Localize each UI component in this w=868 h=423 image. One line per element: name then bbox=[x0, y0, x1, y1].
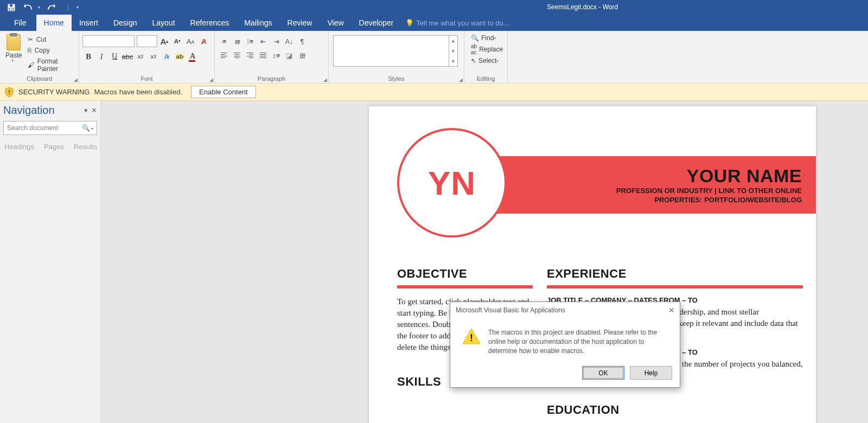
nav-close-icon[interactable]: ✕ bbox=[91, 106, 97, 114]
tab-review[interactable]: Review bbox=[280, 15, 320, 31]
increase-indent-button[interactable]: ⇥ bbox=[270, 35, 282, 47]
objective-heading: OBJECTIVE bbox=[397, 267, 533, 289]
search-icon: 🔍▾ bbox=[82, 124, 93, 132]
format-painter-button[interactable]: 🖌Format Painter bbox=[28, 57, 74, 73]
show-marks-button[interactable]: ¶ bbox=[296, 35, 308, 47]
tab-developer[interactable]: Developer bbox=[352, 15, 401, 31]
scissors-icon: ✂ bbox=[28, 36, 33, 43]
superscript-button[interactable]: x2 bbox=[148, 50, 159, 62]
tab-layout[interactable]: Layout bbox=[145, 15, 183, 31]
change-case-button[interactable]: Aa▾ bbox=[184, 35, 196, 47]
bullets-button[interactable]: ≡▾ bbox=[218, 35, 230, 47]
tab-home[interactable]: Home bbox=[36, 15, 72, 31]
tab-view[interactable]: View bbox=[320, 15, 351, 31]
redo-button[interactable] bbox=[46, 2, 58, 14]
nav-tab-results[interactable]: Results bbox=[74, 143, 97, 151]
styles-group-label: Styles bbox=[331, 74, 462, 83]
nav-tabs: Headings Pages Results bbox=[3, 143, 97, 151]
resume-subtitle-2: PROPERTIES: PORTFOLIO/WEBSITE/BLOG bbox=[654, 196, 802, 205]
styles-more-icon[interactable]: ▾ bbox=[449, 56, 457, 66]
numbering-button[interactable]: ≣▾ bbox=[231, 35, 243, 47]
tab-insert[interactable]: Insert bbox=[72, 15, 106, 31]
nav-dropdown-icon[interactable]: ▾ bbox=[84, 106, 88, 114]
paragraph-launcher-icon[interactable]: ◢ bbox=[323, 77, 327, 82]
tab-references[interactable]: References bbox=[183, 15, 237, 31]
experience-heading: EXPERIENCE bbox=[547, 267, 803, 289]
clipboard-small-buttons: ✂Cut ⎘Copy 🖌Format Painter bbox=[25, 32, 76, 74]
grow-font-button[interactable]: A▴ bbox=[158, 35, 170, 47]
quick-access-toolbar: ▾ | ▾ bbox=[0, 2, 79, 14]
dialog-title: Microsoft Visual Basic for Applications bbox=[456, 306, 565, 314]
align-center-button[interactable] bbox=[231, 49, 243, 61]
svg-text:!: ! bbox=[470, 332, 473, 343]
paragraph-group-label: Paragraph bbox=[217, 74, 326, 83]
security-warning-bar: ! SECURITY WARNING Macros have been disa… bbox=[0, 84, 868, 101]
navigation-title: Navigation bbox=[3, 104, 55, 117]
sort-button[interactable]: A↓ bbox=[283, 35, 295, 47]
multilevel-button[interactable]: ⁝≡▾ bbox=[244, 35, 256, 47]
dialog-titlebar[interactable]: Microsoft Visual Basic for Applications … bbox=[450, 302, 680, 318]
copy-button[interactable]: ⎘Copy bbox=[28, 47, 74, 54]
main-area: Navigation ▾ ✕ Search document 🔍▾ Headin… bbox=[0, 101, 868, 423]
font-launcher-icon[interactable]: ◢ bbox=[209, 77, 213, 82]
resume-subtitle-1: PROFESSION OR INDUSTRY | LINK TO OTHER O… bbox=[616, 187, 802, 196]
redo-icon bbox=[48, 4, 55, 11]
align-right-button[interactable] bbox=[244, 49, 256, 61]
tab-design[interactable]: Design bbox=[106, 15, 145, 31]
italic-button[interactable]: I bbox=[95, 50, 107, 62]
paste-label: Paste bbox=[5, 52, 22, 59]
borders-button[interactable]: ⊞▾ bbox=[296, 49, 308, 61]
save-button[interactable] bbox=[5, 2, 17, 14]
group-paragraph: ≡▾ ≣▾ ⁝≡▾ ⇤ ⇥ A↓ ¶ ↕≡▾ ◪▾ ⊞▾ Paragraph ◢ bbox=[215, 31, 329, 83]
copy-label: Copy bbox=[35, 47, 50, 54]
clipboard-launcher-icon[interactable]: ◢ bbox=[74, 77, 78, 82]
highlight-button[interactable]: ab▾ bbox=[174, 50, 186, 62]
styles-launcher-icon[interactable]: ◢ bbox=[459, 77, 463, 82]
font-size-combo[interactable] bbox=[137, 35, 157, 47]
qat-customize-icon[interactable]: ▾ bbox=[76, 5, 79, 10]
strikethrough-button[interactable]: abc bbox=[122, 50, 133, 62]
nav-search-input[interactable]: Search document 🔍▾ bbox=[3, 121, 97, 135]
cut-button[interactable]: ✂Cut bbox=[28, 36, 74, 43]
replace-button[interactable]: abacReplace bbox=[471, 43, 503, 55]
nav-tab-headings[interactable]: Headings bbox=[4, 143, 34, 151]
security-title: SECURITY WARNING bbox=[18, 88, 90, 96]
font-name-combo[interactable] bbox=[82, 35, 135, 47]
undo-button[interactable] bbox=[23, 2, 35, 14]
tab-file[interactable]: File bbox=[4, 15, 36, 31]
dialog-ok-button[interactable]: OK bbox=[582, 366, 624, 380]
text-effects-button[interactable]: A▾ bbox=[161, 50, 173, 62]
styles-down-icon[interactable]: ▾ bbox=[449, 46, 457, 56]
tab-mailings[interactable]: Mailings bbox=[237, 15, 279, 31]
subscript-button[interactable]: x2 bbox=[135, 50, 146, 62]
cut-label: Cut bbox=[36, 36, 47, 43]
bold-button[interactable]: B bbox=[82, 50, 94, 62]
nav-tab-pages[interactable]: Pages bbox=[44, 143, 64, 151]
tell-me-input[interactable]: 💡 Tell me what you want to do... bbox=[405, 15, 509, 31]
underline-button[interactable]: U▾ bbox=[108, 50, 120, 62]
styles-up-icon[interactable]: ▴ bbox=[449, 36, 457, 46]
shading-button[interactable]: ◪▾ bbox=[283, 49, 295, 61]
paste-button[interactable]: Paste ▾ bbox=[2, 32, 25, 74]
paste-dropdown-icon: ▾ bbox=[11, 58, 14, 63]
dialog-close-icon[interactable]: × bbox=[668, 305, 674, 316]
svg-text:!: ! bbox=[8, 89, 10, 95]
security-description: Macros have been disabled. bbox=[94, 88, 182, 96]
align-left-button[interactable] bbox=[218, 49, 230, 61]
undo-dropdown-icon[interactable]: ▾ bbox=[38, 5, 40, 10]
select-button[interactable]: ↖Select ▾ bbox=[471, 57, 503, 65]
justify-button[interactable] bbox=[257, 49, 269, 61]
shrink-font-button[interactable]: A▾ bbox=[171, 35, 183, 47]
line-spacing-button[interactable]: ↕≡▾ bbox=[270, 49, 282, 61]
dialog-help-button[interactable]: Help bbox=[630, 366, 672, 380]
copy-icon: ⎘ bbox=[28, 47, 31, 54]
find-button[interactable]: 🔍Find ▾ bbox=[471, 34, 503, 42]
styles-gallery[interactable]: ▴ ▾ ▾ bbox=[333, 35, 458, 67]
font-color-button[interactable]: A▾ bbox=[187, 50, 199, 62]
clear-formatting-button[interactable]: A̷ bbox=[197, 35, 209, 47]
group-clipboard: Paste ▾ ✂Cut ⎘Copy 🖌Format Painter Clipb… bbox=[0, 31, 79, 83]
undo-icon bbox=[24, 4, 34, 11]
enable-content-button[interactable]: Enable Content bbox=[191, 86, 256, 98]
decrease-indent-button[interactable]: ⇤ bbox=[257, 35, 269, 47]
ribbon-tabs: File Home Insert Design Layout Reference… bbox=[0, 15, 868, 31]
